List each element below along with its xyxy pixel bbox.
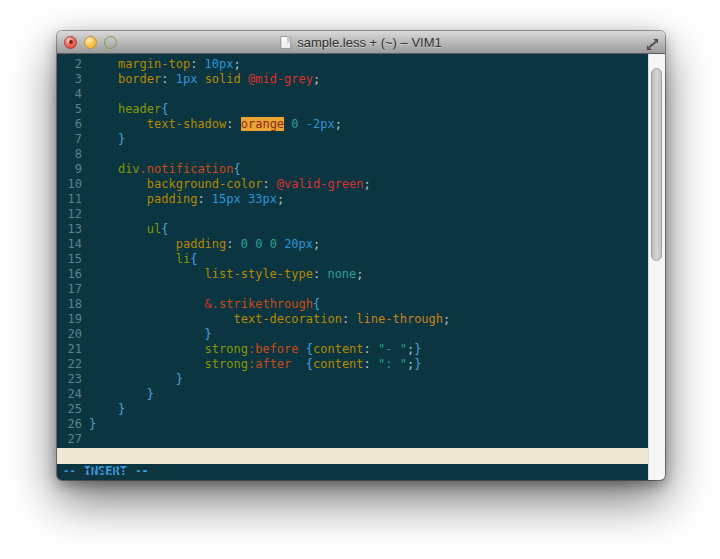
line-text: text-decoration: line-through; bbox=[89, 312, 450, 327]
window-title-group: sample.less + (~) – VIM1 bbox=[280, 31, 442, 53]
code-line[interactable]: 8 bbox=[57, 147, 648, 162]
line-text: header{ bbox=[89, 102, 169, 117]
line-number: 27 bbox=[57, 432, 82, 447]
line-text: } bbox=[89, 402, 125, 417]
code-line[interactable]: 26} bbox=[57, 417, 648, 432]
line-number: 9 bbox=[57, 162, 82, 177]
line-number: 3 bbox=[57, 72, 82, 87]
code-line[interactable]: 14 padding: 0 0 0 20px; bbox=[57, 237, 648, 252]
line-number: 14 bbox=[57, 237, 82, 252]
code-line[interactable]: 19 text-decoration: line-through; bbox=[57, 312, 648, 327]
editor-column: 2 margin-top: 10px;3 border: 1px solid @… bbox=[57, 54, 648, 480]
line-text: &.strikethrough{ bbox=[89, 297, 320, 312]
zoom-button[interactable] bbox=[104, 36, 117, 49]
code-line[interactable]: 15 li{ bbox=[57, 252, 648, 267]
line-number: 12 bbox=[57, 207, 82, 222]
line-number: 25 bbox=[57, 402, 82, 417]
code-line[interactable]: 12 bbox=[57, 207, 648, 222]
line-number: 26 bbox=[57, 417, 82, 432]
traffic-lights bbox=[64, 36, 117, 49]
code-line[interactable]: 7 } bbox=[57, 132, 648, 147]
vim-statusline: sample.less [+] 3,33 Bot bbox=[57, 448, 648, 464]
scrollbar-thumb[interactable] bbox=[651, 68, 662, 261]
minimize-button[interactable] bbox=[84, 36, 97, 49]
line-number: 20 bbox=[57, 327, 82, 342]
line-number: 6 bbox=[57, 117, 82, 132]
line-number: 15 bbox=[57, 252, 82, 267]
code-line[interactable]: 10 background-color: @valid-green; bbox=[57, 177, 648, 192]
code-line[interactable]: 3 border: 1px solid @mid-grey; bbox=[57, 72, 648, 87]
line-text: li{ bbox=[89, 252, 197, 267]
line-text: strong:after {content: ": ";} bbox=[89, 357, 421, 372]
line-text: padding: 0 0 0 20px; bbox=[89, 237, 320, 252]
line-number: 16 bbox=[57, 267, 82, 282]
code-line[interactable]: 4 bbox=[57, 87, 648, 102]
line-number: 22 bbox=[57, 357, 82, 372]
code-line[interactable]: 27 bbox=[57, 432, 648, 447]
code-line[interactable]: 21 strong:before {content: "- ";} bbox=[57, 342, 648, 357]
fullscreen-icon[interactable] bbox=[646, 36, 659, 49]
line-number: 2 bbox=[57, 57, 82, 72]
line-text: text-shadow: orange 0 -2px; bbox=[89, 117, 342, 132]
code-line[interactable]: 25 } bbox=[57, 402, 648, 417]
titlebar[interactable]: sample.less + (~) – VIM1 bbox=[57, 31, 665, 54]
line-text: } bbox=[89, 327, 212, 342]
line-text: ul{ bbox=[89, 222, 168, 237]
code-line[interactable]: 13 ul{ bbox=[57, 222, 648, 237]
line-number: 8 bbox=[57, 147, 82, 162]
editor-main: 2 margin-top: 10px;3 border: 1px solid @… bbox=[57, 54, 665, 480]
code-line[interactable]: 18 &.strikethrough{ bbox=[57, 297, 648, 312]
line-number: 7 bbox=[57, 132, 82, 147]
line-text: strong:before {content: "- ";} bbox=[89, 342, 421, 357]
line-text: } bbox=[89, 417, 96, 432]
close-button[interactable] bbox=[64, 36, 77, 49]
desktop: sample.less + (~) – VIM1 2 margin-top: 1… bbox=[0, 0, 720, 559]
line-number: 4 bbox=[57, 87, 82, 102]
line-text: } bbox=[89, 132, 125, 147]
code-area[interactable]: 2 margin-top: 10px;3 border: 1px solid @… bbox=[57, 54, 648, 448]
line-number: 19 bbox=[57, 312, 82, 327]
line-text: } bbox=[89, 387, 154, 402]
window-title: sample.less + (~) – VIM1 bbox=[297, 35, 442, 50]
code-line[interactable]: 23 } bbox=[57, 372, 648, 387]
code-line[interactable]: 2 margin-top: 10px; bbox=[57, 57, 648, 72]
line-text: div.notification{ bbox=[89, 162, 241, 177]
code-line[interactable]: 17 bbox=[57, 282, 648, 297]
code-line[interactable]: 22 strong:after {content: ": ";} bbox=[57, 357, 648, 372]
line-text: } bbox=[89, 372, 183, 387]
line-text: background-color: @valid-green; bbox=[89, 177, 371, 192]
line-text: border: 1px solid @mid-grey; bbox=[89, 72, 320, 87]
document-proxy-icon[interactable] bbox=[280, 36, 291, 49]
code-line[interactable]: 16 list-style-type: none; bbox=[57, 267, 648, 282]
line-number: 5 bbox=[57, 102, 82, 117]
code-line[interactable]: 24 } bbox=[57, 387, 648, 402]
code-line[interactable]: 5 header{ bbox=[57, 102, 648, 117]
code-line[interactable]: 20 } bbox=[57, 327, 648, 342]
line-number: 18 bbox=[57, 297, 82, 312]
line-number: 17 bbox=[57, 282, 82, 297]
line-number: 23 bbox=[57, 372, 82, 387]
code-line[interactable]: 9 div.notification{ bbox=[57, 162, 648, 177]
statusline-filename: sample.less [+] bbox=[62, 464, 170, 480]
line-text: list-style-type: none; bbox=[89, 267, 364, 282]
line-text: padding: 15px 33px; bbox=[89, 192, 284, 207]
line-number: 21 bbox=[57, 342, 82, 357]
code-line[interactable]: 11 padding: 15px 33px; bbox=[57, 192, 648, 207]
line-number: 13 bbox=[57, 222, 82, 237]
code-line[interactable]: 6 text-shadow: orange 0 -2px; bbox=[57, 117, 648, 132]
line-number: 24 bbox=[57, 387, 82, 402]
vim-window: sample.less + (~) – VIM1 2 margin-top: 1… bbox=[57, 31, 665, 480]
line-number: 11 bbox=[57, 192, 82, 207]
line-text: margin-top: 10px; bbox=[89, 57, 241, 72]
line-number: 10 bbox=[57, 177, 82, 192]
scrollbar-track[interactable] bbox=[648, 54, 665, 480]
